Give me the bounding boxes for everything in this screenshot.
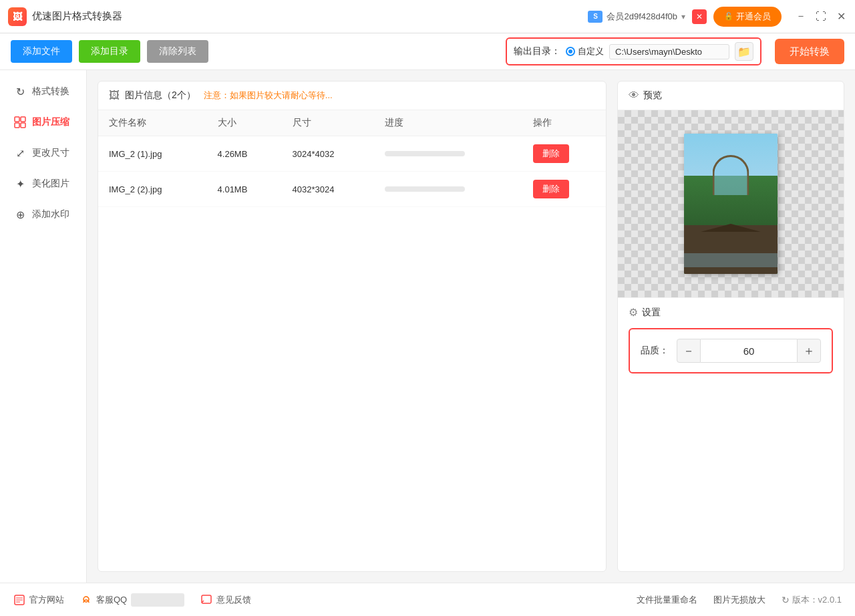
close-button[interactable]: ✕ <box>835 11 847 23</box>
file-list-panel: 🖼 图片信息（2个） 注意：如果图片较大请耐心等待... 文件名称 大小 尺寸 … <box>98 81 607 572</box>
footer-feedback[interactable]: 意见反馈 <box>200 594 251 606</box>
settings-section: ⚙ 设置 品质： － 60 ＋ <box>618 297 844 381</box>
watermark-icon: ⊕ <box>13 208 27 221</box>
cell-action-2: 删除 <box>522 172 606 207</box>
main-layout: ↻ 格式转换 图片压缩 ⤢ 更改尺寸 ✦ 美化图片 ⊕ 添加水印 <box>0 70 855 583</box>
output-path-input[interactable] <box>609 44 729 59</box>
preview-panel: 👁 预览 <box>617 81 844 572</box>
beautify-icon: ✦ <box>13 177 27 190</box>
svg-rect-3 <box>21 123 25 128</box>
member-text: 会员2d9f428d4f0b <box>607 11 677 23</box>
quality-minus-button[interactable]: － <box>677 339 701 363</box>
svg-rect-6 <box>202 595 211 603</box>
member-icon: S <box>588 11 603 23</box>
file-list-notice: 注意：如果图片较大请耐心等待... <box>204 90 333 102</box>
radio-dot <box>566 47 575 56</box>
sidebar-item-beautify[interactable]: ✦ 美化图片 <box>3 169 83 198</box>
cell-progress-2 <box>374 172 522 207</box>
footer-right: 文件批量重命名 图片无损放大 ↻ 版本：v2.0.1 <box>637 594 842 606</box>
sidebar-item-compress-label: 图片压缩 <box>32 116 69 128</box>
sidebar-item-watermark[interactable]: ⊕ 添加水印 <box>3 200 83 229</box>
member-close-button[interactable]: ✕ <box>692 9 707 24</box>
preview-header: 👁 预览 <box>618 82 844 110</box>
cell-size-2: 4.01MB <box>207 172 282 207</box>
delete-button-2[interactable]: 删除 <box>533 180 569 198</box>
app-title: 优速图片格式转换器 <box>32 10 122 23</box>
website-label: 官方网站 <box>29 594 64 606</box>
col-action: 操作 <box>522 110 606 136</box>
sidebar-item-resize-label: 更改尺寸 <box>32 147 69 159</box>
settings-header: ⚙ 设置 <box>629 306 833 319</box>
qq-label: 客服QQ <box>96 594 127 606</box>
water-layer <box>684 253 778 267</box>
col-filename: 文件名称 <box>98 110 207 136</box>
footer-enlarge[interactable]: 图片无损放大 <box>713 594 765 606</box>
sidebar: ↻ 格式转换 图片压缩 ⤢ 更改尺寸 ✦ 美化图片 ⊕ 添加水印 <box>0 70 87 583</box>
qq-icon <box>80 594 92 606</box>
quality-control: 品质： － 60 ＋ <box>629 328 833 373</box>
file-list-icon: 🖼 <box>109 90 120 102</box>
col-dimensions: 尺寸 <box>282 110 374 136</box>
title-bar: 🖼 优速图片格式转换器 S 会员2d9f428d4f0b ▾ ✕ 开通会员 － … <box>0 0 855 33</box>
preview-photo <box>684 134 778 274</box>
footer-qq[interactable]: 客服QQ <box>80 593 184 607</box>
sidebar-item-resize[interactable]: ⤢ 更改尺寸 <box>3 138 83 168</box>
col-progress: 进度 <box>374 110 522 136</box>
cell-size-1: 4.26MB <box>207 136 282 172</box>
maximize-button[interactable]: ⛶ <box>815 11 827 23</box>
cell-dimensions-2: 4032*3024 <box>282 172 374 207</box>
minimize-button[interactable]: － <box>795 11 807 23</box>
add-file-button[interactable]: 添加文件 <box>11 40 72 63</box>
output-section: 输出目录： 自定义 📁 <box>506 37 761 65</box>
version-label: 版本：v2.0.1 <box>792 594 842 606</box>
version-text: ↻ 版本：v2.0.1 <box>782 594 842 606</box>
output-label: 输出目录： <box>514 45 560 57</box>
quality-plus-button[interactable]: ＋ <box>797 339 821 363</box>
feedback-label: 意见反馈 <box>216 594 251 606</box>
svg-rect-2 <box>15 123 19 128</box>
quality-label: 品质： <box>641 345 669 357</box>
cell-progress-1 <box>374 136 522 172</box>
window-controls: － ⛶ ✕ <box>795 11 847 23</box>
cell-filename-2: IMG_2 (2).jpg <box>98 172 207 207</box>
cell-filename-1: IMG_2 (1).jpg <box>98 136 207 172</box>
custom-radio[interactable]: 自定义 <box>566 45 604 57</box>
preview-title: 预览 <box>643 90 662 102</box>
footer-website[interactable]: 官方网站 <box>13 594 64 606</box>
resize-icon: ⤢ <box>13 146 27 160</box>
compress-icon <box>13 116 27 129</box>
member-dropdown-icon[interactable]: ▾ <box>681 12 685 21</box>
preview-image-area <box>618 110 844 297</box>
enlarge-label: 图片无损放大 <box>713 594 765 606</box>
toolbar: 添加文件 添加目录 清除列表 输出目录： 自定义 📁 开始转换 <box>0 33 855 70</box>
title-bar-right: S 会员2d9f428d4f0b ▾ ✕ 开通会员 － ⛶ ✕ <box>588 7 847 27</box>
radio-custom-label: 自定义 <box>578 45 604 57</box>
svg-rect-0 <box>15 117 19 122</box>
refresh-icon: ↻ <box>782 595 790 605</box>
file-list-title: 图片信息（2个） <box>125 90 196 102</box>
browse-folder-button[interactable]: 📁 <box>735 42 753 61</box>
add-dir-button[interactable]: 添加目录 <box>79 40 140 63</box>
table-row: IMG_2 (2).jpg 4.01MB 4032*3024 删除 <box>98 172 606 207</box>
sidebar-item-beautify-label: 美化图片 <box>32 178 69 190</box>
sidebar-item-format[interactable]: ↻ 格式转换 <box>3 77 83 106</box>
footer: 官方网站 客服QQ 意见反馈 文件批量重命名 图片无损放大 ↻ 版本：v <box>0 583 855 616</box>
member-info: S 会员2d9f428d4f0b ▾ <box>588 11 685 23</box>
footer-batch-rename[interactable]: 文件批量重命名 <box>637 594 697 606</box>
arch-element <box>713 155 749 195</box>
cell-dimensions-1: 3024*4032 <box>282 136 374 172</box>
sidebar-item-compress[interactable]: 图片压缩 <box>3 108 83 137</box>
batch-rename-label: 文件批量重命名 <box>637 594 697 606</box>
delete-button-1[interactable]: 删除 <box>533 144 569 163</box>
preview-header-icon: 👁 <box>629 90 639 102</box>
col-size: 大小 <box>207 110 282 136</box>
format-icon: ↻ <box>13 85 27 98</box>
start-convert-button[interactable]: 开始转换 <box>775 39 844 64</box>
cell-action-1: 删除 <box>522 136 606 172</box>
file-list-header: 🖼 图片信息（2个） 注意：如果图片较大请耐心等待... <box>98 82 606 110</box>
feedback-icon <box>200 594 212 606</box>
clear-list-button[interactable]: 清除列表 <box>147 40 208 63</box>
settings-icon: ⚙ <box>629 306 638 319</box>
open-member-button[interactable]: 开通会员 <box>713 7 782 27</box>
svg-rect-1 <box>21 117 25 122</box>
